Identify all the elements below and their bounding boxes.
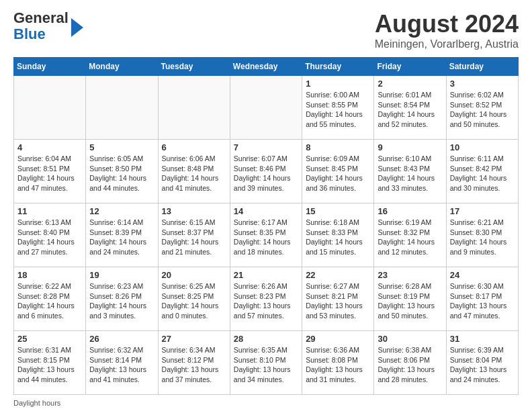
day-info: Sunrise: 6:28 AMSunset: 8:19 PMDaylight:… [378,281,442,321]
daylight-label: Daylight hours [13,399,60,407]
day-number: 3 [450,79,515,89]
daylight-text: Daylight: 13 hours and 44 minutes. [17,365,82,384]
calendar-cell: 12Sunrise: 6:14 AMSunset: 8:39 PMDayligh… [86,203,158,267]
daylight-text: Daylight: 14 hours and 27 minutes. [17,237,82,257]
sunrise-text: Sunrise: 6:17 AM [234,218,298,228]
calendar-cell: 29Sunrise: 6:36 AMSunset: 8:08 PMDayligh… [302,331,374,395]
calendar-cell [230,76,302,140]
calendar-cell: 31Sunrise: 6:39 AMSunset: 8:04 PMDayligh… [446,331,518,395]
day-number: 14 [234,206,298,216]
day-info: Sunrise: 6:38 AMSunset: 8:06 PMDaylight:… [378,345,442,385]
sunset-text: Sunset: 8:04 PM [450,355,515,365]
daylight-text: Daylight: 14 hours and 15 minutes. [306,237,370,257]
sunrise-text: Sunrise: 6:38 AM [378,345,442,355]
col-header-saturday: Saturday [446,58,518,76]
day-number: 20 [162,270,226,280]
sunset-text: Sunset: 8:21 PM [306,291,370,302]
calendar-cell: 18Sunrise: 6:22 AMSunset: 8:28 PMDayligh… [14,267,86,331]
calendar-week-1: 4Sunrise: 6:04 AMSunset: 8:51 PMDaylight… [14,140,519,203]
sunrise-text: Sunrise: 6:07 AM [234,154,298,164]
calendar-cell: 1Sunrise: 6:00 AMSunset: 8:55 PMDaylight… [302,76,374,140]
sunset-text: Sunset: 8:43 PM [378,164,442,174]
sunrise-text: Sunrise: 6:00 AM [306,90,370,100]
sunset-text: Sunset: 8:17 PM [450,291,515,302]
day-number: 11 [17,206,82,216]
sunrise-text: Sunrise: 6:05 AM [89,154,154,164]
sunrise-text: Sunrise: 6:26 AM [234,281,298,291]
daylight-text: Daylight: 14 hours and 41 minutes. [162,173,226,193]
day-info: Sunrise: 6:34 AMSunset: 8:12 PMDaylight:… [162,345,226,385]
calendar-cell: 24Sunrise: 6:30 AMSunset: 8:17 PMDayligh… [446,267,518,331]
daylight-text: Daylight: 13 hours and 37 minutes. [162,365,226,384]
calendar-cell: 26Sunrise: 6:32 AMSunset: 8:14 PMDayligh… [86,331,158,395]
calendar-table: SundayMondayTuesdayWednesdayThursdayFrid… [13,57,519,395]
daylight-text: Daylight: 14 hours and 6 minutes. [17,301,82,320]
day-number: 12 [89,206,154,216]
day-info: Sunrise: 6:01 AMSunset: 8:54 PMDaylight:… [378,90,442,130]
day-number: 13 [162,206,226,216]
sunset-text: Sunset: 8:08 PM [306,355,370,365]
sunset-text: Sunset: 8:14 PM [89,355,154,365]
header-row: SundayMondayTuesdayWednesdayThursdayFrid… [14,58,519,76]
calendar-cell: 25Sunrise: 6:31 AMSunset: 8:15 PMDayligh… [14,331,86,395]
sunrise-text: Sunrise: 6:39 AM [450,345,515,355]
day-info: Sunrise: 6:15 AMSunset: 8:37 PMDaylight:… [162,218,226,257]
calendar-cell: 23Sunrise: 6:28 AMSunset: 8:19 PMDayligh… [374,267,446,331]
day-info: Sunrise: 6:14 AMSunset: 8:39 PMDaylight:… [89,218,154,257]
day-number: 19 [89,270,154,280]
sunrise-text: Sunrise: 6:14 AM [89,218,154,228]
calendar-cell: 10Sunrise: 6:11 AMSunset: 8:42 PMDayligh… [446,140,518,203]
day-number: 27 [162,334,226,344]
sunset-text: Sunset: 8:51 PM [17,164,82,174]
page-header: General Blue August 2024 Meiningen, Vora… [13,10,519,50]
sunrise-text: Sunrise: 6:28 AM [378,281,442,291]
sunset-text: Sunset: 8:54 PM [378,100,442,110]
day-info: Sunrise: 6:25 AMSunset: 8:25 PMDaylight:… [162,281,226,321]
daylight-text: Daylight: 14 hours and 18 minutes. [234,237,298,257]
month-title: August 2024 [375,10,519,38]
day-number: 17 [450,206,515,216]
day-info: Sunrise: 6:11 AMSunset: 8:42 PMDaylight:… [450,154,515,193]
day-number: 24 [450,270,515,280]
svg-marker-0 [71,18,83,37]
day-number: 22 [306,270,370,280]
calendar-cell: 15Sunrise: 6:18 AMSunset: 8:33 PMDayligh… [302,203,374,267]
sunset-text: Sunset: 8:23 PM [234,291,298,302]
day-number: 16 [378,206,442,216]
day-info: Sunrise: 6:04 AMSunset: 8:51 PMDaylight:… [17,154,82,193]
day-number: 6 [162,142,226,152]
sunrise-text: Sunrise: 6:02 AM [450,90,515,100]
day-info: Sunrise: 6:26 AMSunset: 8:23 PMDaylight:… [234,281,298,321]
sunset-text: Sunset: 8:33 PM [306,228,370,238]
day-number: 21 [234,270,298,280]
calendar-header: SundayMondayTuesdayWednesdayThursdayFrid… [14,58,519,76]
sunrise-text: Sunrise: 6:04 AM [17,154,82,164]
day-info: Sunrise: 6:27 AMSunset: 8:21 PMDaylight:… [306,281,370,321]
day-info: Sunrise: 6:00 AMSunset: 8:55 PMDaylight:… [306,90,370,130]
calendar-cell: 19Sunrise: 6:23 AMSunset: 8:26 PMDayligh… [86,267,158,331]
day-number: 4 [17,142,82,152]
calendar-cell: 14Sunrise: 6:17 AMSunset: 8:35 PMDayligh… [230,203,302,267]
day-info: Sunrise: 6:02 AMSunset: 8:52 PMDaylight:… [450,90,515,130]
sunset-text: Sunset: 8:19 PM [378,291,442,302]
col-header-monday: Monday [86,58,158,76]
daylight-text: Daylight: 13 hours and 31 minutes. [306,365,370,384]
calendar-cell: 7Sunrise: 6:07 AMSunset: 8:46 PMDaylight… [230,140,302,203]
daylight-text: Daylight: 14 hours and 24 minutes. [89,237,154,257]
sunrise-text: Sunrise: 6:13 AM [17,218,82,228]
calendar-cell: 21Sunrise: 6:26 AMSunset: 8:23 PMDayligh… [230,267,302,331]
sunrise-text: Sunrise: 6:10 AM [378,154,442,164]
sunset-text: Sunset: 8:10 PM [234,355,298,365]
sunrise-text: Sunrise: 6:31 AM [17,345,82,355]
day-number: 23 [378,270,442,280]
sunrise-text: Sunrise: 6:34 AM [162,345,226,355]
day-info: Sunrise: 6:17 AMSunset: 8:35 PMDaylight:… [234,218,298,257]
sunrise-text: Sunrise: 6:23 AM [89,281,154,291]
sunset-text: Sunset: 8:48 PM [162,164,226,174]
sunset-text: Sunset: 8:46 PM [234,164,298,174]
daylight-text: Daylight: 14 hours and 36 minutes. [306,173,370,193]
sunrise-text: Sunrise: 6:21 AM [450,218,515,228]
daylight-text: Daylight: 14 hours and 9 minutes. [450,237,515,257]
calendar-cell [158,76,230,140]
col-header-wednesday: Wednesday [230,58,302,76]
